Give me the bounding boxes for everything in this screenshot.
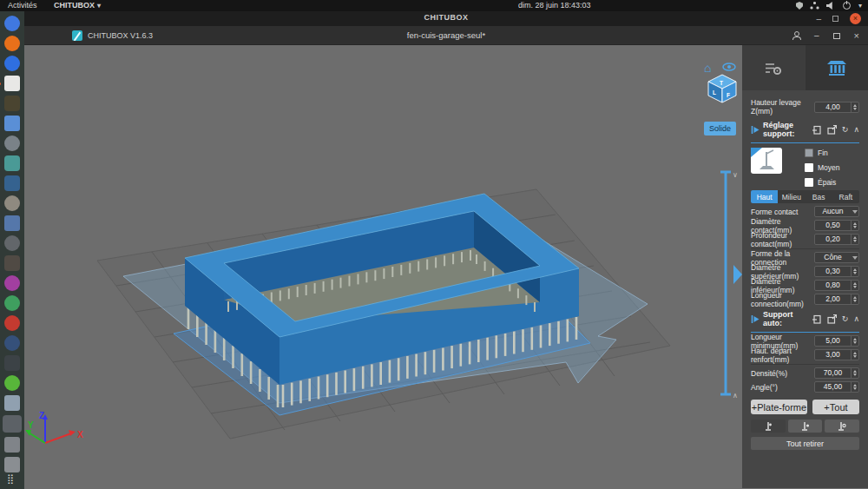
- slider-top-chevron-icon[interactable]: ∨: [733, 171, 738, 179]
- add-support-mode-button[interactable]: [751, 420, 786, 433]
- maximize-button[interactable]: [832, 16, 838, 22]
- export-profile-icon[interactable]: [827, 125, 837, 135]
- dock-item-disk-app[interactable]: [4, 335, 20, 351]
- dock-item-paint-tool[interactable]: [4, 175, 20, 191]
- checkbox[interactable]: [805, 149, 813, 157]
- reset-icon[interactable]: ↻: [842, 315, 849, 323]
- power-icon[interactable]: [843, 2, 851, 10]
- panel-collapse-arrow[interactable]: [733, 265, 742, 284]
- tab-support[interactable]: [806, 45, 868, 90]
- dock-item-cloud-app[interactable]: [4, 375, 20, 391]
- dock-item-video-app[interactable]: [4, 215, 20, 231]
- dock-item-thunderbird[interactable]: [4, 56, 20, 71]
- support-section-tab[interactable]: Haut: [751, 190, 778, 203]
- eye-icon[interactable]: [723, 63, 735, 70]
- dock-item-text-editor[interactable]: [4, 76, 20, 91]
- field-control[interactable]: [851, 294, 858, 304]
- setting-field[interactable]: 45,00: [814, 381, 859, 393]
- field-control[interactable]: [851, 207, 858, 216]
- app-restore-button[interactable]: [833, 33, 840, 39]
- field-control[interactable]: [851, 253, 858, 262]
- support-section-tab[interactable]: Raft: [832, 190, 859, 203]
- account-icon[interactable]: [792, 31, 800, 40]
- checkbox[interactable]: [805, 178, 813, 187]
- dock-item-freecad[interactable]: [4, 155, 20, 171]
- viewport-3d-scene[interactable]: ⌂ T L F: [24, 45, 742, 488]
- field-control[interactable]: [851, 368, 858, 378]
- reset-icon[interactable]: ↻: [842, 126, 849, 134]
- setting-field[interactable]: 70,00: [814, 367, 859, 379]
- dock-item-media-editor[interactable]: [4, 275, 20, 291]
- add-all-supports-button[interactable]: +Tout: [812, 400, 859, 414]
- setting-field[interactable]: 2,00: [814, 294, 859, 305]
- show-apps-grid-icon[interactable]: ⣿: [7, 474, 14, 483]
- collapse-section-icon[interactable]: ∧: [853, 126, 859, 134]
- setting-field[interactable]: 5,00: [814, 335, 859, 347]
- activities-button[interactable]: Activités: [8, 1, 37, 10]
- dock-item-software-store[interactable]: [4, 16, 20, 31]
- tab-settings[interactable]: [742, 45, 806, 90]
- app-menu[interactable]: CHITUBOX ▾: [54, 1, 101, 10]
- network-icon[interactable]: [811, 2, 819, 10]
- export-profile-icon[interactable]: [827, 314, 837, 324]
- field-control[interactable]: [851, 235, 858, 244]
- dock-item-recorder-app[interactable]: [4, 315, 20, 331]
- edit-support-mode-button[interactable]: [788, 420, 823, 433]
- dock-item-chitubox-running[interactable]: [3, 415, 22, 433]
- volume-icon[interactable]: [826, 2, 835, 10]
- setting-field[interactable]: 0,50: [814, 220, 859, 231]
- slider-bottom-chevron-icon[interactable]: ∧: [733, 392, 738, 400]
- dock-item-app-window-2[interactable]: [4, 457, 20, 472]
- setting-field[interactable]: 0,80: [814, 280, 859, 291]
- lift-height-field[interactable]: 4,00: [814, 102, 859, 113]
- setting-row: Diamètre contact(mm) 0,50: [751, 220, 859, 231]
- security-shield-icon[interactable]: [796, 2, 803, 10]
- dock-item-gimp[interactable]: [4, 195, 20, 211]
- support-section-tab[interactable]: Bas: [806, 190, 832, 203]
- setting-field[interactable]: Aucun: [814, 206, 859, 217]
- home-view-icon[interactable]: ⌂: [704, 61, 711, 75]
- spinner-arrows[interactable]: [851, 102, 858, 112]
- dock-item-card-game[interactable]: [4, 395, 20, 411]
- dock-item-g-app[interactable]: [4, 235, 20, 251]
- close-button[interactable]: ×: [850, 13, 861, 24]
- field-control[interactable]: [851, 267, 858, 276]
- app-minimize-button[interactable]: –: [814, 33, 819, 38]
- view-cube[interactable]: [708, 75, 736, 102]
- dock-item-steam[interactable]: [4, 135, 20, 151]
- import-profile-icon[interactable]: [812, 125, 822, 135]
- minimize-button[interactable]: –: [816, 17, 821, 22]
- dock-item-office-writer[interactable]: [4, 116, 20, 131]
- field-control[interactable]: [851, 382, 858, 392]
- thickness-option[interactable]: Fin: [805, 149, 840, 157]
- field-control[interactable]: [851, 281, 858, 290]
- thickness-option[interactable]: Moyen: [805, 163, 840, 172]
- dock-item-cad-app[interactable]: [4, 295, 20, 311]
- z-slider[interactable]: [720, 172, 731, 394]
- dock-item-printer-app[interactable]: [4, 255, 20, 271]
- collapse-section-icon[interactable]: ∧: [853, 315, 859, 323]
- setting-field[interactable]: 0,20: [814, 234, 859, 245]
- thickness-option[interactable]: Épais: [805, 178, 840, 187]
- dock-item-firefox[interactable]: [4, 36, 20, 51]
- setting-field[interactable]: Cône: [814, 252, 859, 263]
- tray-chevron-icon[interactable]: ▾: [858, 2, 862, 10]
- dock-item-terminal[interactable]: [4, 355, 20, 371]
- app-close-button[interactable]: ×: [854, 30, 859, 41]
- import-profile-icon[interactable]: [812, 314, 822, 324]
- dock-item-app-window-1[interactable]: [4, 437, 20, 453]
- setting-field[interactable]: 0,30: [814, 266, 859, 277]
- field-control[interactable]: [851, 350, 858, 360]
- support-section-tab[interactable]: Milieu: [778, 190, 805, 203]
- dock-item-camera-app[interactable]: [4, 96, 20, 111]
- remove-all-supports-button[interactable]: Tout retirer: [751, 437, 859, 450]
- field-control[interactable]: [851, 336, 858, 346]
- checkbox[interactable]: [805, 163, 813, 172]
- add-platform-supports-button[interactable]: +Plate-forme: [751, 400, 807, 414]
- viewport-3d[interactable]: ⌂ T L F: [24, 45, 742, 488]
- field-control[interactable]: [851, 221, 858, 230]
- delete-support-mode-button[interactable]: [825, 420, 859, 433]
- setting-field[interactable]: 3,00: [814, 349, 859, 360]
- solid-view-button[interactable]: Solide: [704, 122, 736, 135]
- clock[interactable]: dim. 28 juin 18:43:03: [518, 1, 591, 10]
